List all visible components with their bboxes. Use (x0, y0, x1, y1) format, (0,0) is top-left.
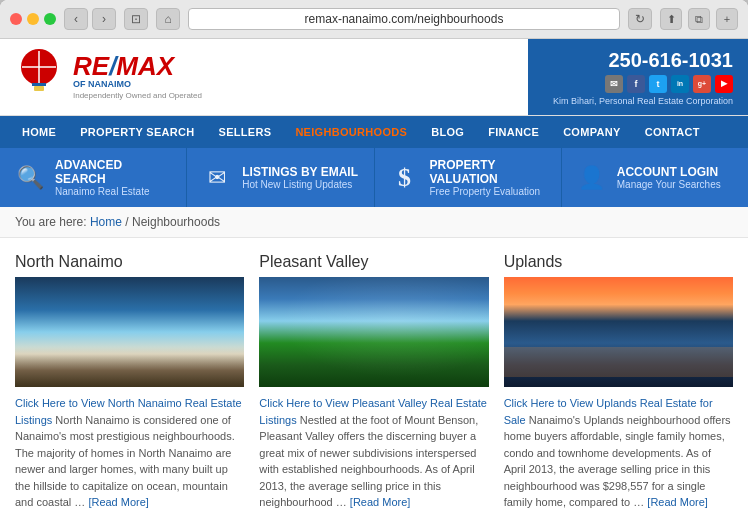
main-nav: HOME PROPERTY SEARCH SELLERS NEIGHBOURHO… (0, 116, 748, 148)
listing-text-uplands: Nanaimo's Uplands neighbourhood offers h… (504, 414, 731, 509)
read-more-pleasant-valley[interactable]: [Read More] (350, 496, 411, 508)
social-icons: ✉ f t in g+ ▶ (543, 75, 733, 93)
twitter-social-icon[interactable]: t (649, 75, 667, 93)
action-account-login[interactable]: 👤 ACCOUNT LOGIN Manage Your Searches (562, 148, 748, 207)
minimize-button[interactable] (27, 13, 39, 25)
action-login-title: ACCOUNT LOGIN (617, 165, 721, 179)
nav-item-blog[interactable]: BLOG (419, 116, 476, 148)
add-button[interactable]: + (716, 8, 738, 30)
action-email-sub: Hot New Listing Updates (242, 179, 358, 190)
nav-item-sellers[interactable]: SELLERS (207, 116, 284, 148)
listing-image-pleasant-valley[interactable] (259, 277, 488, 387)
account-icon: 👤 (577, 165, 607, 191)
nav-link-contact[interactable]: CONTACT (633, 116, 712, 148)
nav-link-finance[interactable]: FINANCE (476, 116, 551, 148)
logo-re: RE (73, 53, 109, 79)
action-login-text: ACCOUNT LOGIN Manage Your Searches (617, 165, 721, 190)
refresh-button[interactable]: ↻ (628, 8, 652, 30)
nav-item-neighbourhoods[interactable]: NEIGHBOURHOODS (283, 116, 419, 148)
browser-window: ‹ › ⊡ ⌂ remax-nanaimo.com/neighbourhoods… (0, 0, 748, 517)
email-social-icon[interactable]: ✉ (605, 75, 623, 93)
listing-desc-pleasant-valley: Click Here to View Pleasant Valley Real … (259, 395, 488, 511)
listing-card-pleasant-valley: Pleasant Valley Click Here to View Pleas… (259, 253, 488, 511)
dollar-icon: $ (390, 163, 420, 193)
logo-text: RE / MAX OF NANAIMO Independently Owned … (73, 53, 202, 100)
nav-link-sellers[interactable]: SELLERS (207, 116, 284, 148)
action-search-text: ADVANCED SEARCH Nanaimo Real Estate (55, 158, 171, 197)
new-tab-button[interactable]: ⧉ (688, 8, 710, 30)
action-property-valuation[interactable]: $ PROPERTY VALUATION Free Property Evalu… (375, 148, 562, 207)
nav-link-home[interactable]: HOME (10, 116, 68, 148)
action-bar: 🔍 ADVANCED SEARCH Nanaimo Real Estate ✉ … (0, 148, 748, 207)
remax-logo-balloon (12, 47, 67, 107)
nav-item-property-search[interactable]: PROPERTY SEARCH (68, 116, 206, 148)
nav-link-property-search[interactable]: PROPERTY SEARCH (68, 116, 206, 148)
action-search-sub: Nanaimo Real Estate (55, 186, 171, 197)
back-button[interactable]: ‹ (64, 8, 88, 30)
address-bar[interactable]: remax-nanaimo.com/neighbourhoods (188, 8, 620, 30)
nav-link-company[interactable]: COMPANY (551, 116, 633, 148)
breadcrumb-prefix: You are here: (15, 215, 90, 229)
breadcrumb-home[interactable]: Home (90, 215, 122, 229)
action-login-sub: Manage Your Searches (617, 179, 721, 190)
listing-title-north-nanaimo: North Nanaimo (15, 253, 244, 271)
forward-button[interactable]: › (92, 8, 116, 30)
nav-link-neighbourhoods[interactable]: NEIGHBOURHOODS (283, 116, 419, 148)
traffic-lights (10, 13, 56, 25)
home-button[interactable]: ⌂ (156, 8, 180, 30)
nav-item-company[interactable]: COMPANY (551, 116, 633, 148)
read-more-north-nanaimo[interactable]: [Read More] (88, 496, 149, 508)
agent-name: Kim Bihari, Personal Real Estate Corpora… (543, 96, 733, 106)
action-search-title: ADVANCED SEARCH (55, 158, 171, 186)
browser-chrome: ‹ › ⊡ ⌂ remax-nanaimo.com/neighbourhoods… (0, 0, 748, 39)
listing-title-pleasant-valley: Pleasant Valley (259, 253, 488, 271)
listing-image-north-nanaimo[interactable] (15, 277, 244, 387)
logo-company: OF NANAIMO (73, 79, 202, 91)
share-button[interactable]: ⬆ (660, 8, 682, 30)
breadcrumb-current: Neighbourhoods (132, 215, 220, 229)
action-valuation-title: PROPERTY VALUATION (430, 158, 546, 186)
close-button[interactable] (10, 13, 22, 25)
maximize-button[interactable] (44, 13, 56, 25)
logo-sub: Independently Owned and Operated (73, 91, 202, 101)
logo-area: RE / MAX OF NANAIMO Independently Owned … (0, 39, 528, 115)
nav-buttons: ‹ › (64, 8, 116, 30)
listing-card-north-nanaimo: North Nanaimo Click Here to View North N… (15, 253, 244, 511)
youtube-social-icon[interactable]: ▶ (715, 75, 733, 93)
action-advanced-search[interactable]: 🔍 ADVANCED SEARCH Nanaimo Real Estate (0, 148, 187, 207)
nav-item-home[interactable]: HOME (10, 116, 68, 148)
listing-text-pleasant-valley: Nestled at the foot of Mount Benson, Ple… (259, 414, 478, 509)
main-content: North Nanaimo Click Here to View North N… (0, 238, 748, 517)
listing-desc-north-nanaimo: Click Here to View North Nanaimo Real Es… (15, 395, 244, 511)
page: RE / MAX OF NANAIMO Independently Owned … (0, 39, 748, 517)
nav-item-contact[interactable]: CONTACT (633, 116, 712, 148)
listing-card-uplands: Uplands Click Here to View Uplands Real … (504, 253, 733, 511)
action-valuation-text: PROPERTY VALUATION Free Property Evaluat… (430, 158, 546, 197)
header: RE / MAX OF NANAIMO Independently Owned … (0, 39, 748, 116)
listing-desc-uplands: Click Here to View Uplands Real Estate f… (504, 395, 733, 511)
phone-number[interactable]: 250-616-1031 (543, 49, 733, 72)
googleplus-social-icon[interactable]: g+ (693, 75, 711, 93)
listing-image-uplands[interactable] (504, 277, 733, 387)
read-more-uplands[interactable]: [Read More] (647, 496, 708, 508)
svg-rect-2 (34, 86, 44, 91)
logo-slash: / (109, 53, 116, 79)
logo-max: MAX (116, 53, 174, 79)
nav-item-finance[interactable]: FINANCE (476, 116, 551, 148)
listing-text-north-nanaimo: North Nanaimo is considered one of Nanai… (15, 414, 235, 509)
action-email-text: LISTINGS BY EMAIL Hot New Listing Update… (242, 165, 358, 190)
search-icon: 🔍 (15, 165, 45, 191)
action-valuation-sub: Free Property Evaluation (430, 186, 546, 197)
linkedin-social-icon[interactable]: in (671, 75, 689, 93)
listings-grid: North Nanaimo Click Here to View North N… (15, 253, 733, 511)
contact-area: 250-616-1031 ✉ f t in g+ ▶ Kim Bihari, P… (528, 39, 748, 115)
facebook-social-icon[interactable]: f (627, 75, 645, 93)
email-icon: ✉ (202, 165, 232, 191)
reader-view-button[interactable]: ⊡ (124, 8, 148, 30)
breadcrumb-separator: / (125, 215, 132, 229)
nav-link-blog[interactable]: BLOG (419, 116, 476, 148)
svg-rect-1 (32, 83, 46, 86)
action-listings-email[interactable]: ✉ LISTINGS BY EMAIL Hot New Listing Upda… (187, 148, 374, 207)
listing-title-uplands: Uplands (504, 253, 733, 271)
breadcrumb: You are here: Home / Neighbourhoods (0, 207, 748, 238)
